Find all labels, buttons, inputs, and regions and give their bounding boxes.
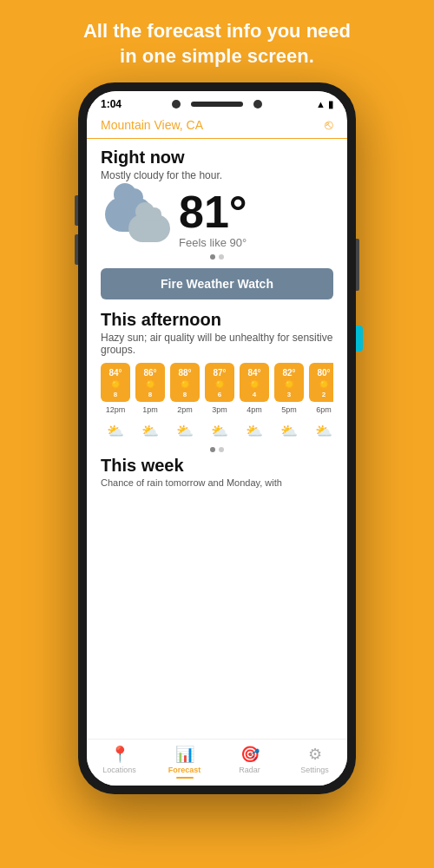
camera-dot (172, 100, 181, 108)
volume-up-button (75, 195, 78, 226)
cond-icon-3: ⛅ (170, 419, 200, 442)
sun-icon-4: ☀️ (213, 378, 227, 391)
time-7: 6pm (309, 405, 339, 414)
hour-temp-5: 84° (247, 368, 260, 378)
hour-temp-2: 86° (143, 368, 156, 378)
sun-icon-6: ☀️ (282, 378, 296, 391)
hour-card-6: 82° ☀️ 3 (274, 363, 304, 402)
hour-uv-1: 8 (114, 391, 117, 398)
hour-uv-6: 3 (287, 391, 291, 398)
dot-2 (219, 254, 224, 260)
hour-temp-1: 84° (108, 368, 122, 378)
phone-notch (78, 91, 356, 117)
hour-times-row: 12pm 1pm 2pm 3pm 4pm 5pm 6pm 7:50 (101, 405, 333, 414)
cloud-icon (101, 188, 170, 249)
time-2: 1pm (135, 405, 165, 414)
promo-line2: in one simple screen. (120, 45, 314, 67)
scroll-dot-2 (219, 447, 224, 452)
cond-icon-1: ⛅ (101, 419, 130, 442)
forecast-label: Forecast (168, 766, 201, 774)
phone-device: 1:04 ▲ ▮ Mountain View, CA ⎋ Right now M… (78, 82, 356, 794)
hour-card-4: 87° ☀️ 6 (205, 363, 234, 402)
nav-locations[interactable]: 📍 Locations (87, 745, 152, 779)
hourly-scroll[interactable]: 84° ☀️ 8 86° ☀️ 8 88° ☀️ 8 (101, 363, 333, 402)
nav-radar[interactable]: 🎯 Radar (217, 745, 282, 779)
week-description: Chance of rain tomorrow and Monday, with (101, 477, 333, 488)
cond-icon-8: 🌅 (344, 419, 347, 442)
share-icon[interactable]: ⎋ (325, 117, 333, 133)
time-8: 7:50 (344, 405, 347, 414)
side-tab (356, 326, 363, 352)
right-now-description: Mostly cloudy for the hour. (101, 169, 333, 181)
cond-icon-2: ⛅ (135, 419, 165, 442)
active-indicator (176, 777, 194, 779)
power-button (356, 239, 359, 291)
location-label[interactable]: Mountain View, CA (101, 118, 203, 132)
forecast-icon: 📊 (175, 745, 194, 764)
hour-uv-2: 8 (148, 391, 152, 398)
nav-settings[interactable]: ⚙ Settings (282, 745, 347, 779)
radar-label: Radar (239, 766, 260, 774)
settings-icon: ⚙ (308, 745, 322, 764)
app-content: Right now Mostly cloudy for the hour. 81… (87, 139, 347, 739)
speaker-bar (191, 102, 243, 107)
radar-icon: 🎯 (240, 745, 260, 764)
section-week: This week Chance of rain tomorrow and Mo… (101, 456, 333, 488)
temperature-value: 81° (179, 189, 247, 234)
hour-card-7: 80° ☀️ 2 (309, 363, 333, 402)
week-title: This week (101, 456, 333, 476)
hour-uv-4: 6 (218, 391, 221, 398)
section-afternoon: This afternoon Hazy sun; air quality wil… (101, 310, 333, 452)
hour-card-1: 84° ☀️ 8 (101, 363, 130, 402)
time-1: 12pm (101, 405, 130, 414)
hour-card-5: 84° ☀️ 4 (240, 363, 269, 402)
feels-like-label: Feels like 90° (179, 236, 247, 249)
app-header: Mountain View, CA ⎋ (87, 114, 347, 139)
sun-icon-7: ☀️ (317, 378, 331, 391)
temperature-display: 81° Feels like 90° (179, 189, 247, 249)
settings-label: Settings (300, 766, 329, 774)
carousel-dots (101, 254, 333, 260)
scroll-dot-1 (210, 447, 215, 452)
hour-uv-7: 2 (322, 391, 326, 398)
hour-card-2: 86° ☀️ 8 (135, 363, 165, 402)
cloud-front (128, 214, 170, 242)
nav-forecast[interactable]: 📊 Forecast (152, 745, 217, 779)
sun-icon-2: ☀️ (143, 378, 157, 391)
hour-temp-3: 88° (178, 368, 191, 378)
volume-down-button (75, 234, 78, 265)
sun-icon-3: ☀️ (178, 378, 192, 391)
time-4: 3pm (205, 405, 234, 414)
bottom-nav: 📍 Locations 📊 Forecast 🎯 Radar ⚙ Setting… (87, 739, 347, 786)
hour-uv-5: 4 (253, 391, 256, 398)
hour-card-3: 88° ☀️ 8 (170, 363, 200, 402)
promo-line1: All the forecast info you need (83, 20, 351, 42)
afternoon-description: Hazy sun; air quality will be unhealthy … (101, 332, 333, 356)
phone-screen: 1:04 ▲ ▮ Mountain View, CA ⎋ Right now M… (87, 91, 347, 786)
dot-1 (210, 254, 215, 260)
sun-icon-5: ☀️ (247, 378, 261, 391)
weather-main-display: 81° Feels like 90° (101, 188, 333, 249)
hour-temp-7: 80° (317, 368, 330, 378)
alert-button[interactable]: Fire Weather Watch (101, 268, 333, 299)
locations-icon: 📍 (110, 745, 129, 764)
locations-label: Locations (102, 766, 136, 774)
hour-temp-6: 82° (282, 368, 295, 378)
cond-icon-6: ⛅ (274, 419, 304, 442)
section-right-now: Right now Mostly cloudy for the hour. 81… (101, 139, 333, 306)
time-6: 5pm (274, 405, 304, 414)
time-3: 2pm (170, 405, 200, 414)
hour-temp-4: 87° (213, 368, 226, 378)
hour-uv-3: 8 (183, 391, 187, 398)
right-now-title: Right now (101, 148, 333, 168)
cond-icon-5: ⛅ (240, 419, 269, 442)
camera-dot2 (253, 100, 262, 108)
afternoon-title: This afternoon (101, 310, 333, 330)
sun-icon-1: ☀️ (108, 378, 122, 391)
promo-text: All the forecast info you need in one si… (57, 0, 377, 82)
afternoon-scroll-dots (101, 447, 333, 452)
cond-icon-4: ⛅ (205, 419, 234, 442)
time-5: 4pm (240, 405, 269, 414)
hour-icons-row: ⛅ ⛅ ⛅ ⛅ ⛅ ⛅ ⛅ 🌅 (101, 419, 333, 442)
cond-icon-7: ⛅ (309, 419, 339, 442)
